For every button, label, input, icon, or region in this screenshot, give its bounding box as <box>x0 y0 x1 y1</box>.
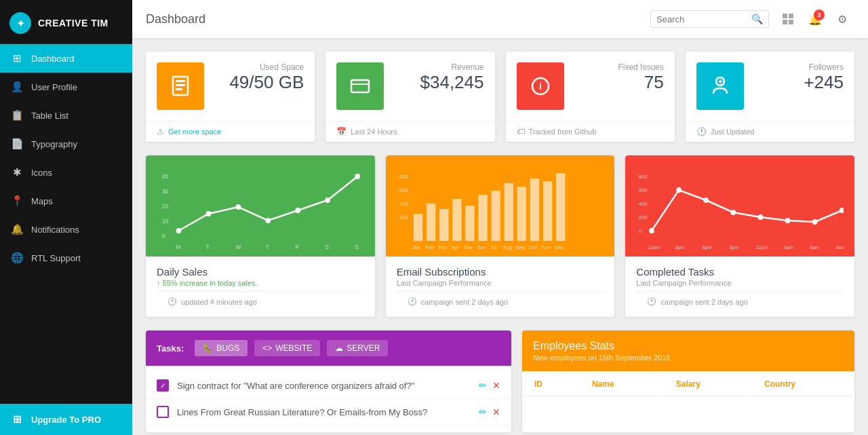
maps-icon: 📍 <box>9 195 24 207</box>
rtl-icon: 🌐 <box>9 252 24 264</box>
revenue-icon <box>336 62 384 110</box>
tasks-header: Tasks: 🐛 BUGS <> WEBSITE ☁ SERVER <box>146 330 511 366</box>
svg-rect-47 <box>530 178 538 241</box>
tasks-tab-bugs[interactable]: 🐛 BUGS <box>195 340 248 356</box>
svg-text:Jul: Jul <box>490 244 496 250</box>
sidebar-item-rtl-support[interactable]: 🌐 RTL Support <box>0 244 132 272</box>
sidebar-nav: ⊞ Dashboard 👤 User Profile 📋 Table List … <box>0 44 132 404</box>
bugs-label: BUGS <box>216 343 239 353</box>
daily-sales-chart-header: 40 30 20 10 0 M T <box>146 155 375 257</box>
svg-text:F: F <box>295 244 299 250</box>
completed-tasks-footer-text: campaign sent 2 days ago <box>660 298 747 306</box>
search-icon[interactable]: 🔍 <box>751 14 763 24</box>
revenue-card: Revenue $34,245 📅 Last 24 Hours <box>326 52 494 142</box>
fixed-issues-card: i Fixed Issues 75 🏷 Tracked from Github <box>506 52 675 142</box>
svg-rect-49 <box>556 173 565 241</box>
followers-label: Followers <box>753 62 844 72</box>
svg-rect-39 <box>427 204 435 241</box>
svg-rect-8 <box>351 80 369 92</box>
svg-text:Nov: Nov <box>542 244 551 250</box>
svg-text:Mai: Mai <box>464 244 473 250</box>
svg-text:400: 400 <box>639 201 648 207</box>
sidebar-item-icons[interactable]: ✱ Icons <box>0 158 132 187</box>
task-checkbox-2[interactable] <box>157 406 169 418</box>
sidebar-item-user-profile[interactable]: 👤 User Profile <box>0 73 132 101</box>
employees-subtitle: New employees on 15th September 2016 <box>533 354 844 362</box>
svg-point-74 <box>840 208 844 213</box>
followers-footer: 🕐 Just Updated <box>686 121 854 142</box>
svg-text:40: 40 <box>162 173 169 180</box>
svg-text:Mar: Mar <box>438 244 448 250</box>
svg-rect-3 <box>789 20 793 24</box>
sidebar-item-notifications[interactable]: 🔔 Notifications <box>0 215 132 244</box>
sidebar-item-dashboard[interactable]: ⊞ Dashboard <box>0 44 132 73</box>
svg-point-20 <box>176 228 182 233</box>
col-salary: Salary <box>665 373 752 396</box>
sidebar-item-table-list[interactable]: 📋 Table List <box>0 101 132 130</box>
upgrade-button[interactable]: ⊞ Upgrade To PRO <box>0 404 132 435</box>
notification-button[interactable]: 🔔 3 <box>803 7 827 31</box>
clock-icon-3: 🕐 <box>408 297 417 306</box>
col-country: Country <box>753 373 853 396</box>
svg-text:Oct: Oct <box>529 244 538 250</box>
svg-rect-42 <box>465 206 474 241</box>
task-edit-icon-1[interactable]: ✏ <box>479 380 487 391</box>
task-delete-icon-2[interactable]: ✕ <box>492 406 500 417</box>
task-item: ✓ Sign contract for "What are conference… <box>146 373 511 399</box>
svg-rect-45 <box>504 183 513 241</box>
tasks-body: ✓ Sign contract for "What are conference… <box>146 366 511 432</box>
user-icon: 👤 <box>9 81 24 93</box>
svg-rect-0 <box>783 14 787 18</box>
col-name: Name <box>581 373 664 396</box>
svg-text:9pm: 9pm <box>730 244 739 250</box>
svg-text:12am: 12am <box>648 244 660 250</box>
grid-button[interactable] <box>776 7 800 31</box>
tasks-tab-server[interactable]: ☁ SERVER <box>327 340 388 356</box>
gear-icon: ⚙ <box>837 13 847 26</box>
svg-text:400: 400 <box>399 201 408 207</box>
svg-point-69 <box>704 197 709 203</box>
followers-footer-text: Just Updated <box>711 128 755 136</box>
task-edit-icon-2[interactable]: ✏ <box>479 406 487 417</box>
svg-text:12pm: 12pm <box>756 244 768 250</box>
settings-button[interactable]: ⚙ <box>830 7 854 31</box>
svg-rect-48 <box>543 181 552 241</box>
completed-tasks-subtitle: Last Campaign Performance <box>636 279 844 287</box>
revenue-footer-text: Last 24 Hours <box>351 128 397 136</box>
svg-text:Aug: Aug <box>502 244 512 250</box>
header-icons: 🔔 3 ⚙ <box>776 7 854 31</box>
revenue-label: Revenue <box>393 62 484 72</box>
get-more-space-link[interactable]: Get more space <box>168 128 221 136</box>
warning-icon: ⚠ <box>157 127 164 136</box>
svg-point-68 <box>677 187 682 193</box>
svg-text:Dec: Dec <box>555 244 564 250</box>
task-checkbox-1[interactable]: ✓ <box>157 379 169 392</box>
content-area: Used Space 49/50 GB ⚠ Get more space Rev… <box>132 38 868 435</box>
website-icon: <> <box>262 343 272 353</box>
svg-text:9am: 9am <box>836 244 844 250</box>
notifications-icon: 🔔 <box>9 223 24 235</box>
daily-sales-footer: 🕐 updated 4 minutes ago <box>157 291 364 311</box>
svg-text:i: i <box>539 81 542 92</box>
svg-text:0: 0 <box>639 228 642 234</box>
search-input[interactable] <box>656 14 751 24</box>
svg-text:30: 30 <box>162 188 169 195</box>
employees-header: Employees Stats New employees on 15th Se… <box>522 330 854 371</box>
svg-text:6pm: 6pm <box>703 244 712 250</box>
sidebar-item-label: RTL Support <box>31 253 81 263</box>
typography-icon: 📄 <box>9 138 24 150</box>
followers-value: +245 <box>753 72 844 93</box>
sidebar-item-maps[interactable]: 📍 Maps <box>0 187 132 215</box>
fixed-issues-footer-text: Tracked from Github <box>529 128 597 136</box>
svg-rect-41 <box>452 199 461 241</box>
employees-table: ID Name Salary Country <box>522 371 854 398</box>
completed-tasks-footer: 🕐 campaign sent 2 days ago <box>636 291 844 311</box>
tasks-tab-website[interactable]: <> WEBSITE <box>254 340 320 356</box>
task-delete-icon-1[interactable]: ✕ <box>492 380 500 391</box>
email-subs-footer: 🕐 campaign sent 2 days ago <box>397 291 604 311</box>
sidebar-item-typography[interactable]: 📄 Typography <box>0 130 132 158</box>
header: Dashboard 🔍 🔔 3 ⚙ <box>132 0 868 38</box>
col-id: ID <box>524 373 580 396</box>
daily-sales-subtitle: ↑ 55% increase in today sales. <box>157 279 364 287</box>
search-container: 🔍 <box>650 10 769 28</box>
